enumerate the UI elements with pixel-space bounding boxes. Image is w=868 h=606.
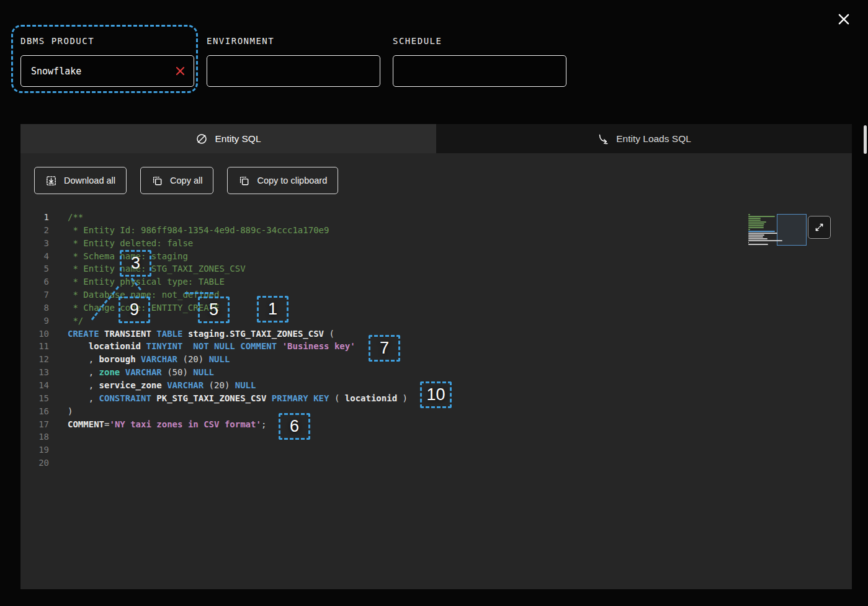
code-line: 20 — [20, 457, 852, 470]
close-icon — [837, 12, 851, 26]
environment-label: ENVIRONMENT — [207, 36, 380, 46]
minimap[interactable] — [748, 214, 807, 246]
button-label: Download all — [64, 176, 115, 185]
code-line: 10CREATE TRANSIENT TABLE staging.STG_TAX… — [20, 328, 852, 341]
code-line: 2 * Entity Id: 986ff984-1354-4e9d-889c-3… — [20, 224, 852, 237]
minimap-line — [748, 234, 764, 236]
field-environment: ENVIRONMENT — [207, 36, 380, 87]
minimap-line — [748, 238, 767, 239]
field-dbms-product: DBMS PRODUCT — [20, 36, 194, 87]
tab-bar: Entity SQL Entity Loads SQL — [20, 124, 852, 153]
schedule-input[interactable] — [393, 55, 566, 87]
minimap-line — [748, 227, 764, 228]
copy-icon — [151, 175, 163, 187]
code-line: 17COMMENT='NY taxi zones in CSV format'; — [20, 418, 852, 431]
tab-label: Entity Loads SQL — [616, 133, 691, 145]
code-line: 13 , zone VARCHAR (50) NULL — [20, 366, 852, 379]
download-all-button[interactable]: Download all — [34, 167, 127, 194]
code-line: 9 */ — [20, 314, 852, 328]
code-line: 19 — [20, 443, 852, 457]
copy-to-clipboard-button[interactable]: Copy to clipboard — [227, 167, 338, 194]
code-line: 4 * Schema name: staging — [20, 250, 852, 263]
entity-sql-icon — [195, 133, 208, 145]
code-line: 3 * Entity deleted: false — [20, 237, 852, 250]
minimap-line — [748, 229, 750, 230]
minimap-line — [748, 220, 761, 221]
form-row: DBMS PRODUCT ENVIRONMENT SCHEDULE — [20, 36, 566, 87]
code-line: 18 — [20, 430, 852, 443]
download-icon — [45, 175, 57, 187]
code-line: 6 * Entity physical type: TABLE — [20, 275, 852, 288]
tab-label: Entity SQL — [215, 133, 261, 145]
minimap-line — [748, 242, 749, 243]
dbms-product-label: DBMS PRODUCT — [20, 36, 194, 46]
code-line: 16) — [20, 405, 852, 418]
copy-all-button[interactable]: Copy all — [140, 167, 213, 194]
tab-entity-loads-sql[interactable]: Entity Loads SQL — [436, 124, 852, 153]
sql-panel: Download all Copy all Copy to clipboard … — [20, 153, 852, 589]
dbms-product-input[interactable] — [20, 55, 194, 87]
scrollbar-thumb[interactable] — [864, 125, 867, 154]
environment-input[interactable] — [207, 55, 380, 87]
code-line: 7 * Database name: not_defined — [20, 288, 852, 301]
code-lines: 1/**2 * Entity Id: 986ff984-1354-4e9d-88… — [20, 211, 852, 470]
code-line: 11 locationid TINYINT NOT NULL COMMENT '… — [20, 340, 852, 353]
minimap-line — [748, 221, 766, 223]
minimap-line — [748, 216, 775, 217]
minimap-line — [748, 244, 768, 245]
button-label: Copy all — [170, 176, 202, 185]
expand-button[interactable] — [808, 216, 831, 239]
code-line: 12 , borough VARCHAR (20) NULL — [20, 353, 852, 366]
minimap-line — [748, 233, 777, 234]
code-line: 1/** — [20, 211, 852, 224]
clear-icon[interactable] — [173, 65, 187, 78]
code-line: 8 * Change code: ENTITY_CREATE — [20, 301, 852, 314]
minimap-line — [748, 218, 761, 219]
code-line: 15 , CONSTRAINT PK_STG_TAXI_ZONES_CSV PR… — [20, 392, 852, 405]
schedule-label: SCHEDULE — [393, 36, 566, 46]
entity-loads-sql-icon — [597, 133, 609, 145]
code-editor[interactable]: 1/**2 * Entity Id: 986ff984-1354-4e9d-88… — [20, 211, 852, 589]
code-line: 14 , service_zone VARCHAR (20) NULL — [20, 379, 852, 392]
minimap-line — [748, 214, 750, 215]
minimap-line — [748, 231, 775, 232]
close-button[interactable] — [833, 9, 854, 30]
expand-icon — [814, 222, 825, 233]
button-label: Copy to clipboard — [257, 176, 327, 185]
toolbar: Download all Copy all Copy to clipboard — [34, 167, 338, 194]
tab-entity-sql[interactable]: Entity SQL — [20, 124, 436, 153]
minimap-line — [748, 240, 782, 241]
copy-icon — [238, 175, 250, 187]
minimap-line — [748, 225, 764, 226]
minimap-line — [748, 236, 763, 238]
minimap-line — [748, 223, 764, 225]
field-schedule: SCHEDULE — [393, 36, 566, 87]
code-line: 5 * Entity name: STG_TAXI_ZONES_CSV — [20, 262, 852, 275]
